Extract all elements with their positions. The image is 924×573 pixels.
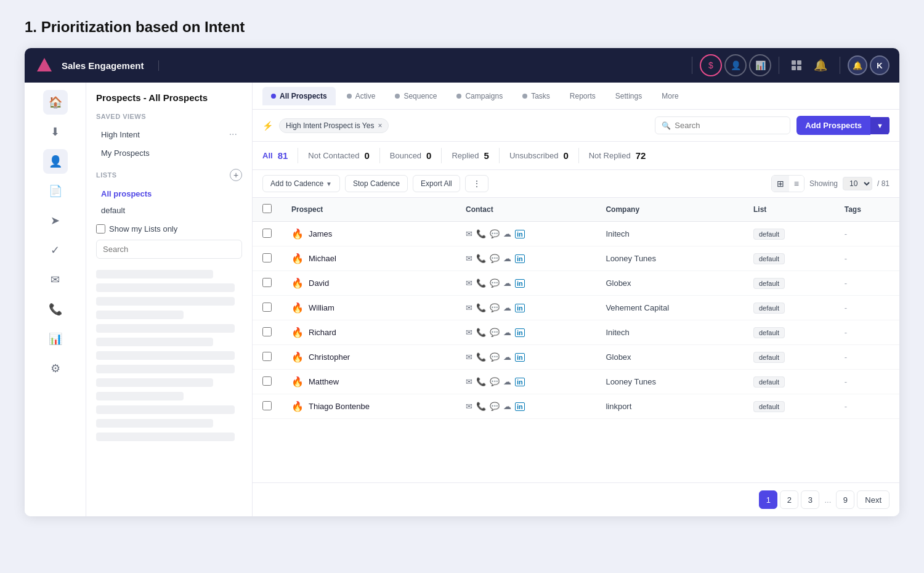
cloud-icon-1[interactable]: ☁ bbox=[503, 254, 511, 263]
sms-icon-6[interactable]: 💬 bbox=[490, 377, 500, 386]
phone-icon-5[interactable]: 📞 bbox=[476, 352, 486, 362]
page-next-button[interactable]: Next bbox=[857, 490, 890, 509]
add-prospects-dropdown-button[interactable]: ▼ bbox=[870, 117, 890, 134]
phone-icon-3[interactable]: 📞 bbox=[476, 303, 486, 312]
phone-icon-1[interactable]: 📞 bbox=[476, 254, 486, 263]
cloud-icon-6[interactable]: ☁ bbox=[503, 377, 511, 386]
saved-view-my-prospects[interactable]: My Prospects bbox=[96, 145, 242, 161]
showing-per-page-select[interactable]: 10 25 50 bbox=[843, 177, 872, 190]
sms-icon-3[interactable]: 💬 bbox=[490, 303, 500, 312]
linkedin-icon-4[interactable]: in bbox=[515, 328, 525, 337]
sms-icon-0[interactable]: 💬 bbox=[490, 229, 500, 238]
phone-icon-7[interactable]: 📞 bbox=[476, 402, 486, 411]
prospect-name-text-7[interactable]: Thiago Bontenbe bbox=[309, 402, 370, 411]
bell-icon[interactable]: 🔔 bbox=[814, 59, 827, 72]
prospect-name-text-5[interactable]: Christopher bbox=[309, 352, 350, 362]
phone-icon-6[interactable]: 📞 bbox=[476, 377, 486, 386]
sms-icon-7[interactable]: 💬 bbox=[490, 402, 500, 411]
sms-icon-5[interactable]: 💬 bbox=[490, 352, 500, 362]
stop-cadence-button[interactable]: Stop Cadence bbox=[345, 175, 408, 192]
notification-avatar[interactable]: 🔔 bbox=[848, 55, 867, 75]
tab-3[interactable]: Sequence bbox=[386, 87, 445, 105]
sidebar-mail[interactable]: ✉ bbox=[43, 267, 68, 292]
list-default[interactable]: default bbox=[96, 203, 242, 218]
linkedin-icon-7[interactable]: in bbox=[515, 402, 525, 411]
tab-1[interactable]: All Prospects bbox=[262, 87, 336, 105]
list-search-input[interactable] bbox=[96, 240, 242, 259]
filter-tag-close[interactable]: × bbox=[378, 121, 382, 130]
select-all-checkbox[interactable] bbox=[262, 204, 272, 213]
row-checkbox-6[interactable] bbox=[262, 376, 272, 386]
user-icon-btn[interactable]: 👤 bbox=[724, 54, 747, 76]
sidebar-download[interactable]: ⬇ bbox=[43, 120, 68, 144]
email-icon-3[interactable]: ✉ bbox=[466, 303, 472, 312]
stat-unsubscribed[interactable]: Unsubscribed 0 bbox=[500, 148, 579, 163]
row-checkbox-1[interactable] bbox=[262, 253, 272, 262]
cloud-icon-0[interactable]: ☁ bbox=[503, 229, 511, 238]
page-2-button[interactable]: 2 bbox=[780, 490, 798, 509]
prospect-name-text-1[interactable]: Michael bbox=[309, 254, 336, 263]
stat-bounced[interactable]: Bounced 0 bbox=[380, 148, 442, 163]
prospect-name-text-4[interactable]: Richard bbox=[309, 328, 336, 337]
email-icon-4[interactable]: ✉ bbox=[466, 328, 472, 337]
email-icon-7[interactable]: ✉ bbox=[466, 402, 472, 411]
sidebar-phone[interactable]: 📞 bbox=[43, 297, 68, 322]
linkedin-icon-0[interactable]: in bbox=[515, 230, 525, 238]
sms-icon-2[interactable]: 💬 bbox=[490, 278, 500, 288]
sidebar-tasks[interactable]: ✓ bbox=[43, 238, 68, 262]
stat-not-contacted[interactable]: Not Contacted 0 bbox=[298, 148, 379, 163]
tab-7[interactable]: Settings bbox=[607, 87, 650, 105]
row-checkbox-3[interactable] bbox=[262, 303, 272, 312]
cloud-icon-2[interactable]: ☁ bbox=[503, 278, 511, 288]
linkedin-icon-2[interactable]: in bbox=[515, 279, 525, 288]
phone-icon-0[interactable]: 📞 bbox=[476, 229, 486, 238]
tab-6[interactable]: Reports bbox=[561, 87, 604, 105]
sidebar-settings[interactable]: ⚙ bbox=[43, 356, 68, 381]
saved-view-high-intent[interactable]: High Intent ··· bbox=[96, 125, 242, 144]
add-to-cadence-button[interactable]: Add to Cadence ▼ bbox=[262, 175, 340, 192]
linkedin-icon-1[interactable]: in bbox=[515, 254, 525, 263]
prospect-search-input[interactable] bbox=[675, 121, 784, 130]
cloud-icon-3[interactable]: ☁ bbox=[503, 303, 511, 312]
linkedin-icon-5[interactable]: in bbox=[515, 353, 525, 362]
sidebar-home[interactable]: 🏠 bbox=[43, 90, 68, 115]
sms-icon-4[interactable]: 💬 bbox=[490, 328, 500, 337]
sms-icon-1[interactable]: 💬 bbox=[490, 254, 500, 263]
stat-not-replied[interactable]: Not Replied 72 bbox=[579, 148, 656, 163]
cloud-icon-5[interactable]: ☁ bbox=[503, 352, 511, 362]
sidebar-analytics[interactable]: 📊 bbox=[43, 327, 68, 351]
page-9-button[interactable]: 9 bbox=[836, 490, 854, 509]
row-checkbox-2[interactable] bbox=[262, 278, 272, 287]
linkedin-icon-6[interactable]: in bbox=[515, 378, 525, 386]
page-1-button[interactable]: 1 bbox=[759, 490, 777, 509]
row-checkbox-5[interactable] bbox=[262, 352, 272, 361]
dollar-icon-btn[interactable]: $ bbox=[700, 54, 722, 76]
list-view-button[interactable]: ≡ bbox=[789, 176, 804, 192]
email-icon-1[interactable]: ✉ bbox=[466, 254, 472, 263]
saved-view-high-intent-dots[interactable]: ··· bbox=[229, 129, 237, 140]
chart-icon-btn[interactable]: 📊 bbox=[749, 54, 771, 76]
export-all-button[interactable]: Export All bbox=[413, 175, 460, 192]
prospect-name-text-6[interactable]: Matthew bbox=[309, 377, 339, 386]
email-icon-0[interactable]: ✉ bbox=[466, 229, 472, 238]
filter-icon[interactable]: ⚡ bbox=[262, 121, 273, 131]
cloud-icon-4[interactable]: ☁ bbox=[503, 328, 511, 337]
show-my-lists-checkbox[interactable] bbox=[96, 224, 105, 234]
list-all-prospects[interactable]: All prospects bbox=[96, 186, 242, 201]
tab-4[interactable]: Campaigns bbox=[448, 87, 511, 105]
page-3-button[interactable]: 3 bbox=[801, 490, 819, 509]
linkedin-icon-3[interactable]: in bbox=[515, 304, 525, 312]
add-prospects-main-button[interactable]: Add Prospects bbox=[796, 116, 870, 135]
more-actions-button[interactable]: ⋮ bbox=[465, 175, 488, 192]
prospect-name-text-3[interactable]: William bbox=[309, 303, 334, 312]
tab-8[interactable]: More bbox=[653, 87, 687, 105]
row-checkbox-4[interactable] bbox=[262, 327, 272, 336]
row-checkbox-0[interactable] bbox=[262, 229, 272, 238]
email-icon-6[interactable]: ✉ bbox=[466, 377, 472, 386]
grid-view-button[interactable]: ⊞ bbox=[772, 176, 789, 192]
phone-icon-4[interactable]: 📞 bbox=[476, 328, 486, 337]
cloud-icon-7[interactable]: ☁ bbox=[503, 402, 511, 411]
tab-5[interactable]: Tasks bbox=[514, 87, 559, 105]
phone-icon-2[interactable]: 📞 bbox=[476, 278, 486, 288]
row-checkbox-7[interactable] bbox=[262, 401, 272, 410]
